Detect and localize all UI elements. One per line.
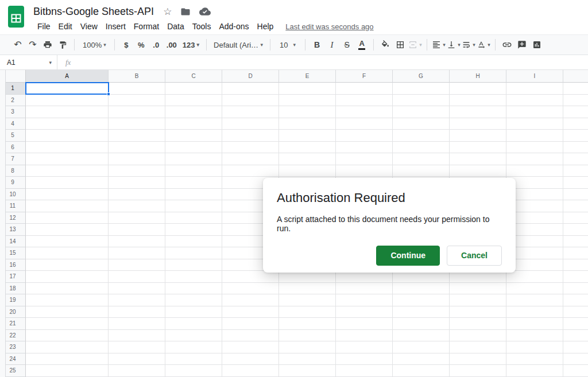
cell-A8[interactable]	[26, 165, 109, 177]
cell-partial-13[interactable]	[563, 224, 588, 236]
menu-insert[interactable]: Insert	[102, 21, 130, 32]
cell-G6[interactable]	[393, 142, 450, 154]
last-edit-link[interactable]: Last edit was seconds ago	[285, 22, 373, 31]
text-wrap-icon[interactable]: ▾	[461, 37, 476, 52]
cell-A25[interactable]	[26, 365, 109, 377]
cell-H5[interactable]	[450, 130, 506, 142]
cell-C16[interactable]	[165, 259, 222, 271]
cell-H4[interactable]	[450, 118, 506, 130]
cell-D6[interactable]	[222, 142, 279, 154]
currency-format-button[interactable]: $	[119, 37, 134, 52]
cell-E24[interactable]	[279, 353, 336, 366]
cell-B12[interactable]	[109, 212, 165, 224]
menu-data[interactable]: Data	[163, 21, 188, 32]
cell-A1[interactable]	[26, 83, 109, 95]
cell-D20[interactable]	[222, 306, 279, 318]
cell-F21[interactable]	[336, 318, 393, 330]
merge-cells-icon[interactable]: ▾	[408, 37, 423, 52]
cell-C2[interactable]	[165, 95, 222, 107]
cell-C4[interactable]	[165, 118, 222, 130]
cell-C20[interactable]	[165, 306, 222, 318]
column-header-C[interactable]: C	[165, 70, 222, 83]
vertical-align-icon[interactable]: ▾	[446, 37, 461, 52]
cell-H24[interactable]	[450, 353, 506, 366]
cell-H1[interactable]	[450, 83, 506, 95]
cell-E25[interactable]	[279, 365, 336, 377]
cell-G18[interactable]	[393, 283, 450, 295]
cell-B2[interactable]	[109, 95, 165, 107]
cell-B7[interactable]	[109, 153, 165, 165]
cell-A3[interactable]	[26, 106, 109, 118]
cell-F4[interactable]	[336, 118, 393, 130]
cell-C3[interactable]	[165, 106, 222, 118]
cell-I19[interactable]	[506, 294, 563, 306]
cell-partial-4[interactable]	[563, 118, 588, 130]
cell-C14[interactable]	[165, 236, 222, 248]
cell-C9[interactable]	[165, 177, 222, 189]
cell-B4[interactable]	[109, 118, 165, 130]
cell-I8[interactable]	[506, 165, 563, 177]
column-header-G[interactable]: G	[393, 70, 450, 83]
cell-B10[interactable]	[109, 189, 165, 201]
cell-I2[interactable]	[506, 95, 563, 107]
cell-I25[interactable]	[506, 365, 563, 377]
cell-A10[interactable]	[26, 189, 109, 201]
cell-C7[interactable]	[165, 153, 222, 165]
cell-B20[interactable]	[109, 306, 165, 318]
cell-D8[interactable]	[222, 165, 279, 177]
cell-B8[interactable]	[109, 165, 165, 177]
cell-D24[interactable]	[222, 353, 279, 366]
cell-E5[interactable]	[279, 130, 336, 142]
cell-A2[interactable]	[26, 95, 109, 107]
cell-E1[interactable]	[279, 83, 336, 95]
cell-F3[interactable]	[336, 106, 393, 118]
menu-file[interactable]: File	[33, 21, 55, 32]
cloud-status-icon[interactable]	[199, 7, 211, 15]
cell-A4[interactable]	[26, 118, 109, 130]
fill-color-icon[interactable]	[378, 37, 393, 52]
cell-E3[interactable]	[279, 106, 336, 118]
cell-C12[interactable]	[165, 212, 222, 224]
cell-D18[interactable]	[222, 283, 279, 295]
horizontal-align-icon[interactable]: ▾	[431, 37, 446, 52]
cell-E17[interactable]	[279, 271, 336, 283]
cell-partial-11[interactable]	[563, 200, 588, 212]
cell-C18[interactable]	[165, 283, 222, 295]
cell-F8[interactable]	[336, 165, 393, 177]
cell-B16[interactable]	[109, 259, 165, 271]
cell-G19[interactable]	[393, 294, 450, 306]
move-folder-icon[interactable]	[180, 7, 191, 16]
redo-icon[interactable]: ↷	[25, 37, 40, 52]
cell-B17[interactable]	[109, 271, 165, 283]
cell-partial-22[interactable]	[563, 330, 588, 342]
cell-partial-20[interactable]	[563, 306, 588, 318]
cell-partial-2[interactable]	[563, 95, 588, 107]
cell-E7[interactable]	[279, 153, 336, 165]
cell-E21[interactable]	[279, 318, 336, 330]
menu-view[interactable]: View	[76, 21, 102, 32]
cell-B21[interactable]	[109, 318, 165, 330]
cell-H3[interactable]	[450, 106, 506, 118]
print-icon[interactable]	[40, 37, 55, 52]
bold-button[interactable]: B	[310, 37, 324, 52]
cell-B19[interactable]	[109, 294, 165, 306]
document-title[interactable]: Bitbns-Google Sheets-API	[33, 6, 154, 18]
cell-A14[interactable]	[26, 236, 109, 248]
cell-A21[interactable]	[26, 318, 109, 330]
cell-partial-3[interactable]	[563, 106, 588, 118]
cell-A12[interactable]	[26, 212, 109, 224]
cell-H7[interactable]	[450, 153, 506, 165]
cell-F5[interactable]	[336, 130, 393, 142]
menu-help[interactable]: Help	[253, 21, 278, 32]
cell-G8[interactable]	[393, 165, 450, 177]
cell-A16[interactable]	[26, 259, 109, 271]
cell-F24[interactable]	[336, 353, 393, 366]
cell-E2[interactable]	[279, 95, 336, 107]
cell-partial-6[interactable]	[563, 142, 588, 154]
cell-E18[interactable]	[279, 283, 336, 295]
menu-add-ons[interactable]: Add-ons	[215, 21, 253, 32]
cell-C25[interactable]	[165, 365, 222, 377]
cell-C6[interactable]	[165, 142, 222, 154]
cell-G20[interactable]	[393, 306, 450, 318]
cell-I23[interactable]	[506, 341, 563, 353]
